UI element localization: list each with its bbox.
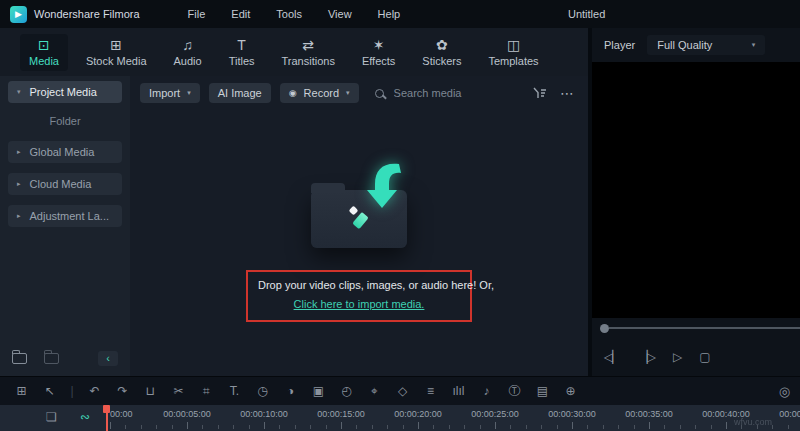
ai-image-button[interactable]: AI Image xyxy=(209,83,271,103)
quality-value: Full Quality xyxy=(657,39,712,51)
select-tool-icon[interactable]: ↖ xyxy=(42,384,57,398)
ruler-timestamp: 00:00:30:00 xyxy=(548,409,596,419)
tab-transitions[interactable]: ⇄ Transitions xyxy=(273,34,344,71)
tab-label: Effects xyxy=(362,55,395,67)
quality-dropdown[interactable]: Full Quality ▾ xyxy=(647,35,765,55)
audio-denoise-icon[interactable]: ılıl xyxy=(451,384,466,398)
record-icon: ◉ xyxy=(289,88,297,98)
search-icon xyxy=(375,89,384,98)
media-browser-toggle-icon[interactable]: ⊞ xyxy=(14,384,29,398)
delete-icon[interactable]: ⊔ xyxy=(143,384,158,398)
video-preview xyxy=(592,62,800,318)
player-header: Player Full Quality ▾ xyxy=(592,28,800,62)
tab-label: Stock Media xyxy=(86,55,147,67)
undo-icon[interactable]: ↶ xyxy=(87,384,102,398)
ruler-timestamp: 00:00:15:00 xyxy=(317,409,365,419)
chevron-right-icon: ▸ xyxy=(17,212,21,220)
tab-icon: ✶ xyxy=(373,38,385,53)
text-tool-icon[interactable]: T. xyxy=(227,384,242,398)
sidebar-item-label: Adjustment La... xyxy=(30,210,110,222)
menu-edit[interactable]: Edit xyxy=(231,8,250,20)
import-media-link[interactable]: Click here to import media. xyxy=(294,298,425,310)
sidebar-item-global-media[interactable]: ▸ Global Media xyxy=(8,141,122,163)
keyframe-icon[interactable]: ◇ xyxy=(395,384,410,398)
ruler-timestamp: 00:00 xyxy=(110,409,133,419)
tab-icon: ♫ xyxy=(182,38,193,53)
seek-track[interactable] xyxy=(609,327,800,330)
ai-image-label: AI Image xyxy=(218,87,262,99)
color-palette-icon[interactable]: ◑ xyxy=(283,384,298,398)
menu-help[interactable]: Help xyxy=(378,8,401,20)
motion-tracking-icon[interactable]: ⌖ xyxy=(367,384,382,398)
sidebar-item-cloud-media[interactable]: ▸ Cloud Media xyxy=(8,173,122,195)
chevron-down-icon: ▾ xyxy=(187,89,191,97)
timeline-toolbar: ⊞↖|↶↷⊔✂⌗T.◷◑▣◴⌖◇≡ılıl♪Ⓣ▤⊕◎ xyxy=(0,377,800,405)
seek-bar[interactable] xyxy=(592,318,800,338)
more-options-icon[interactable]: ⋯ xyxy=(560,85,574,101)
annotation-red-box: Drop your video clips, images, or audio … xyxy=(246,270,472,322)
folder-section-label: Folder xyxy=(0,115,130,127)
toolbar-divider: | xyxy=(70,384,74,398)
next-frame-button[interactable]: ▕▷ xyxy=(638,350,654,364)
tab-effects[interactable]: ✶ Effects xyxy=(353,34,404,71)
auto-ripple-link-icon[interactable]: ∾ xyxy=(80,410,90,424)
media-panel: Import ▾ AI Image ◉ Record ▾ xyxy=(130,76,588,376)
render-preview-icon[interactable]: ◎ xyxy=(777,384,792,399)
import-button[interactable]: Import ▾ xyxy=(140,83,200,103)
tab-stickers[interactable]: ✿ Stickers xyxy=(413,34,470,71)
menubar: FileEditToolsViewHelp xyxy=(188,8,401,20)
import-folder-illustration xyxy=(289,162,429,250)
import-label: Import xyxy=(149,87,180,99)
speech-to-text-icon[interactable]: Ⓣ xyxy=(507,383,522,400)
tab-audio[interactable]: ♫ Audio xyxy=(165,34,211,71)
search-input[interactable] xyxy=(392,86,512,100)
auto-caption-icon[interactable]: ⊕ xyxy=(563,384,578,398)
ruler-timestamp: 00:00:05:00 xyxy=(163,409,211,419)
sidebar-item-project-media[interactable]: ▾ Project Media xyxy=(8,81,122,103)
filmora-window: ▶ Wondershare Filmora FileEditToolsViewH… xyxy=(0,0,800,431)
record-button[interactable]: ◉ Record ▾ xyxy=(280,83,359,103)
tab-titles[interactable]: T Titles xyxy=(220,34,264,71)
new-folder-icon[interactable] xyxy=(12,353,27,364)
filter-icon[interactable] xyxy=(533,87,547,99)
audio-music-icon[interactable]: ♪ xyxy=(479,384,494,398)
sidebar-item-adjustment-layer[interactable]: ▸ Adjustment La... xyxy=(8,205,122,227)
media-toolbar: Import ▾ AI Image ◉ Record ▾ xyxy=(140,81,574,105)
player-label: Player xyxy=(604,39,635,51)
ruler-timestamp: 00:00:35:00 xyxy=(625,409,673,419)
menu-tools[interactable]: Tools xyxy=(276,8,302,20)
menu-file[interactable]: File xyxy=(188,8,206,20)
filmora-logo-icon: ▶ xyxy=(10,6,27,23)
tab-templates[interactable]: ◫ Templates xyxy=(479,34,547,71)
menu-view[interactable]: View xyxy=(328,8,352,20)
manage-tracks-icon[interactable]: ❏ xyxy=(46,410,57,424)
tab-stock-media[interactable]: ⊞ Stock Media xyxy=(77,34,156,71)
redo-icon[interactable]: ↷ xyxy=(115,384,130,398)
timeline-ruler[interactable]: ❏ ∾ 00:0000:00:05:0000:00:10:0000:00:15:… xyxy=(0,405,800,431)
video-clip-icon[interactable]: ▤ xyxy=(535,384,550,398)
tab-label: Stickers xyxy=(422,55,461,67)
tab-label: Media xyxy=(29,55,59,67)
stop-button[interactable]: ▢ xyxy=(699,350,709,364)
speed-icon[interactable]: ◷ xyxy=(255,384,270,398)
collapse-sidebar-button[interactable]: ‹ xyxy=(98,351,118,366)
crop-icon[interactable]: ⌗ xyxy=(199,384,214,398)
import-arrow-icon xyxy=(365,160,413,212)
ruler-timestamp: 00:00:20:00 xyxy=(394,409,442,419)
sidebar-item-label: Cloud Media xyxy=(30,178,92,190)
delete-folder-icon[interactable] xyxy=(44,353,59,364)
seek-handle[interactable] xyxy=(600,324,609,333)
record-label: Record xyxy=(304,87,339,99)
play-button[interactable]: ▷ xyxy=(673,350,681,364)
sidebar-item-label: Project Media xyxy=(30,86,97,98)
previous-frame-button[interactable]: ◁▏ xyxy=(604,350,620,364)
adjustment-icon[interactable]: ≡ xyxy=(423,384,438,398)
tab-icon: ✿ xyxy=(436,38,448,53)
tab-icon: ⊡ xyxy=(38,38,50,53)
green-screen-icon[interactable]: ▣ xyxy=(311,384,326,398)
timer-icon[interactable]: ◴ xyxy=(339,384,354,398)
tab-media[interactable]: ⊡ Media xyxy=(20,34,68,71)
chevron-down-icon: ▾ xyxy=(752,41,756,49)
split-scissors-icon[interactable]: ✂ xyxy=(171,384,186,398)
player-pane: Player Full Quality ▾ ◁▏▕▷▷▢ xyxy=(588,28,800,376)
